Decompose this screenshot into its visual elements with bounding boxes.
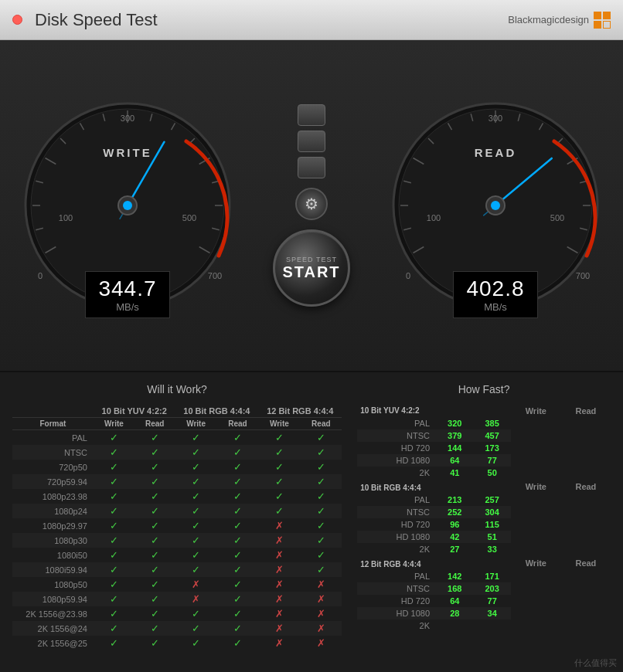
how-fast-row: NTSC252304 (357, 506, 611, 518)
check-cell: ✓ (134, 621, 175, 636)
check-cell: ✓ (134, 430, 175, 446)
check-cell: ✓ (134, 562, 175, 577)
check-cell: ✓ (94, 592, 134, 606)
svg-text:0: 0 (38, 271, 43, 280)
table-row: 1080i59.94✓✓✓✓✗✓ (12, 562, 342, 577)
format-name: NTSC (12, 445, 94, 460)
table-row: 1080p30✓✓✓✓✗✓ (12, 533, 342, 548)
start-label2: START (282, 263, 340, 281)
close-button[interactable] (12, 15, 22, 25)
how-fast-row: HD 10804251 (357, 531, 611, 543)
check-cell: ✓ (175, 518, 216, 533)
format-name: 1080p59.94 (12, 592, 94, 606)
format-name: 1080p24 (12, 504, 94, 518)
check-cell: ✓ (217, 489, 259, 504)
gauges-section: 0 100 300 500 700 WRITE 344.7 MB/s (0, 40, 623, 372)
check-cell: ✓ (94, 460, 134, 474)
format-name-fast: 2K (357, 467, 436, 479)
mode-btn-2[interactable] (298, 131, 325, 152)
format-name-fast: HD 720 (357, 442, 436, 454)
format-name: 1080p30 (12, 533, 94, 548)
how-fast-row: 2K4150 (357, 467, 611, 479)
start-button[interactable]: SPEED TEST START (273, 229, 350, 307)
check-cell: ✓ (217, 592, 259, 606)
format-name-fast: 2K (357, 543, 436, 555)
check-cell: ✓ (300, 445, 342, 460)
read-val: 171 (473, 570, 510, 582)
check-cell: ✓ (94, 445, 134, 460)
center-controls: ⚙ SPEED TEST START (273, 104, 350, 307)
check-cell: ✗ (258, 636, 300, 650)
write-col-header: Write (511, 479, 561, 494)
check-cell: ✓ (134, 533, 175, 548)
check-cell: ✗ (258, 606, 300, 621)
svg-text:300: 300 (121, 114, 134, 123)
table-row: 1080p50✓✓✗✓✗✗ (12, 577, 342, 592)
check-cell: ✓ (258, 474, 300, 489)
col-group-3: 12 Bit RGB 4:4:4 (258, 405, 342, 418)
check-cell: ✓ (94, 562, 134, 577)
group-header: 10 Bit YUV 4:2:2 (357, 405, 511, 417)
col-sub-w3: Write (258, 418, 300, 430)
check-cell: ✓ (134, 489, 175, 504)
check-cell: ✓ (175, 621, 216, 636)
check-cell: ✓ (94, 518, 134, 533)
write-val: 168 (436, 582, 473, 595)
watermark: 什么值得买 (574, 657, 617, 669)
how-fast-panel: How Fast? 10 Bit YUV 4:2:2WriteReadPAL32… (357, 383, 611, 650)
how-fast-group: 10 Bit RGB 4:4:4WriteReadPAL213257NTSC25… (357, 479, 611, 555)
check-cell: ✓ (175, 445, 216, 460)
check-cell: ✓ (134, 474, 175, 489)
format-name: 720p50 (12, 460, 94, 474)
write-val: 64 (436, 595, 473, 607)
check-cell: ✓ (258, 460, 300, 474)
write-val: 42 (436, 531, 473, 543)
read-val: 203 (473, 582, 510, 595)
brand-sq-3 (594, 21, 601, 29)
format-name-fast: PAL (357, 494, 436, 506)
how-fast-row: HD 720144173 (357, 442, 611, 454)
format-name: 1080p50 (12, 577, 94, 592)
check-cell: ✓ (217, 562, 259, 577)
check-cell: ✗ (258, 548, 300, 562)
read-val: 34 (473, 607, 510, 619)
check-cell: ✓ (300, 460, 342, 474)
format-name-fast: NTSC (357, 506, 436, 518)
check-cell: ✓ (300, 489, 342, 504)
table-row: 1080p59.94✓✓✗✓✗✗ (12, 592, 342, 606)
write-val: 41 (436, 467, 473, 479)
how-fast-content: 10 Bit YUV 4:2:2WriteReadPAL320385NTSC37… (357, 405, 611, 632)
format-name-fast: HD 1080 (357, 531, 436, 543)
check-cell: ✓ (300, 474, 342, 489)
format-name-fast: HD 1080 (357, 607, 436, 619)
check-cell: ✓ (217, 430, 259, 446)
mode-btn-3[interactable] (298, 157, 325, 178)
format-col-header (12, 405, 94, 418)
will-it-work-title: Will it Work? (12, 383, 342, 399)
gear-button[interactable]: ⚙ (295, 188, 328, 220)
brand-sq-2 (603, 12, 611, 19)
write-val: 28 (436, 607, 473, 619)
how-fast-row: NTSC379457 (357, 429, 611, 442)
mode-btn-1[interactable] (298, 104, 325, 126)
read-col-header: Read (561, 405, 611, 417)
format-name-fast: HD 1080 (357, 454, 436, 467)
read-val: 457 (473, 429, 510, 442)
group-header: 12 Bit RGB 4:4:4 (357, 555, 511, 570)
how-fast-row: PAL213257 (357, 494, 611, 506)
check-cell: ✓ (94, 577, 134, 592)
how-fast-row: HD 7206477 (357, 595, 611, 607)
brand-logo: Blackmagicdesign (508, 12, 611, 29)
write-val: 320 (436, 417, 473, 429)
format-name-fast: NTSC (357, 429, 436, 442)
check-cell: ✓ (258, 504, 300, 518)
brand-name: Blackmagicdesign (508, 14, 589, 25)
check-cell: ✓ (175, 474, 216, 489)
svg-text:500: 500 (182, 213, 196, 222)
write-val: 379 (436, 429, 473, 442)
how-fast-group: 10 Bit YUV 4:2:2WriteReadPAL320385NTSC37… (357, 405, 611, 479)
format-name-fast: 2K (357, 619, 436, 632)
col-sub-r3: Read (300, 418, 342, 430)
check-cell: ✗ (300, 621, 342, 636)
format-name-fast: NTSC (357, 582, 436, 595)
